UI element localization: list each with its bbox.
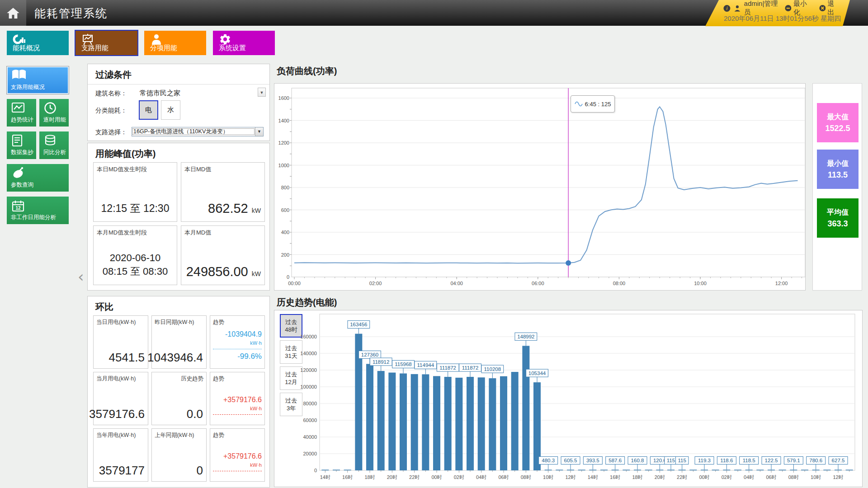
svg-text:627.5: 627.5 (832, 458, 845, 463)
svg-text:118912: 118912 (373, 359, 390, 365)
peak-panel: 用能峰值(功率) 本日MD值发生时段 12:15 至 12:30 本日MD值 8… (87, 143, 270, 291)
yesterday-usage-card: 昨日同期(kW·h)1043946.4 (151, 315, 207, 369)
clock-icon (44, 102, 57, 114)
svg-text:114944: 114944 (417, 362, 434, 368)
svg-text:06时: 06时 (498, 474, 509, 480)
svg-text:127360: 127360 (361, 352, 378, 357)
svg-text:40000: 40000 (303, 434, 317, 440)
svg-text:12:00: 12:00 (775, 281, 788, 286)
md-month-period-card: 本月MD值发生时段 2020-06-1008:15 至 08:30 (93, 225, 177, 285)
svg-text:06时: 06时 (766, 474, 776, 480)
sidebar-item-nonworkday-analysis[interactable]: 12 非工作日用能分析 (7, 197, 69, 224)
svg-text:115: 115 (678, 458, 686, 463)
chevron-down-icon: ▼ (255, 127, 263, 136)
svg-text:100000: 100000 (300, 384, 317, 389)
svg-text:20000: 20000 (303, 451, 317, 456)
satellite-dish-icon (11, 167, 26, 179)
svg-text:1000: 1000 (278, 163, 289, 168)
svg-text:20时: 20时 (655, 474, 665, 480)
svg-text:04时: 04时 (476, 474, 486, 480)
nav-tab-energy-overview[interactable]: 能耗概况 (7, 31, 69, 55)
svg-text:12: 12 (15, 206, 21, 211)
sidebar-item-hourly-energy[interactable]: 逐时用能 (39, 99, 69, 127)
huanbi-panel: 环比 当日用电(kW·h)4541.5 昨日同期(kW·h)1043946.4 … (87, 296, 270, 488)
close-icon (819, 5, 826, 12)
year-usage-card: 当年用电(kW·h)3579177 (93, 428, 148, 482)
peak-title: 用能峰值(功率) (95, 148, 156, 160)
svg-text:10:00: 10:00 (694, 281, 707, 286)
history-trend-chart[interactable]: 过去 48时 过去 31天 过去 12月 过去 3年 0200004000060… (274, 310, 863, 487)
svg-text:80000: 80000 (303, 401, 317, 406)
month-usage-card: 当月用电(kW·h)3579176.6 (93, 372, 148, 425)
sidebar-item-trend-stats[interactable]: 趋势统计 (7, 99, 36, 127)
building-label: 建筑名称： (95, 89, 127, 98)
energy-option-water[interactable]: 水 (161, 100, 180, 120)
chart-tooltip: 6:45 : 125 (571, 95, 615, 113)
svg-text:16时: 16时 (610, 474, 620, 480)
svg-text:122.5: 122.5 (765, 458, 778, 463)
building-dropdown-arrow[interactable]: ▼ (258, 88, 266, 97)
svg-text:20时: 20时 (387, 474, 397, 480)
svg-text:02:00: 02:00 (369, 281, 382, 286)
history-trend-title: 历史趋势(电能) (277, 296, 337, 309)
minimize-icon (785, 5, 792, 12)
calendar-icon: 12 (11, 199, 25, 213)
svg-text:00:00: 00:00 (288, 281, 301, 286)
svg-text:02时: 02时 (722, 474, 732, 480)
svg-text:111872: 111872 (462, 365, 479, 371)
svg-text:118.5: 118.5 (743, 458, 755, 463)
energy-option-electric[interactable]: 电 (139, 100, 158, 120)
svg-text:08时: 08时 (521, 474, 531, 480)
svg-text:148992: 148992 (517, 334, 534, 339)
svg-text:119.3: 119.3 (698, 458, 711, 463)
sidebar-item-yoy-analysis[interactable]: 同比分析 (39, 131, 69, 159)
svg-text:10时: 10时 (811, 474, 821, 480)
info-icon[interactable]: i (723, 5, 731, 12)
sidebar-collapse-arrow[interactable]: ‹ (78, 267, 84, 286)
svg-text:115: 115 (667, 458, 675, 463)
curve-stats-panel: 最大值 1522.5 最小值 113.5 平均值 363.3 (812, 83, 862, 291)
nav-tab-system-settings[interactable]: 系统设置 (213, 31, 275, 55)
divider (88, 84, 269, 84)
nav-tab-item-energy[interactable]: 分项用能 (144, 31, 206, 55)
sidebar-item-branch-overview[interactable]: 支路用能概况 (7, 66, 69, 94)
datetime-display: 2020年06月11日 13时01分56秒 星期四 (719, 14, 841, 23)
svg-text:22时: 22时 (409, 474, 420, 480)
load-curve-svg: 0200400600800100012001400160000:0002:000… (274, 84, 805, 290)
svg-text:18时: 18时 (364, 474, 375, 480)
svg-text:16时: 16时 (342, 474, 353, 480)
svg-text:0: 0 (314, 468, 317, 473)
svg-text:605.5: 605.5 (564, 458, 577, 463)
svg-text:60000: 60000 (303, 418, 317, 423)
svg-text:0: 0 (287, 274, 289, 280)
branch-select[interactable]: 16GP-备供电源进线（110KV龙港变） ▼ (132, 127, 264, 136)
filter-panel: 过滤条件 建筑名称： 常德市民之家 ▼ 分类能耗： 电 水 支路选择： 16GP… (87, 64, 270, 141)
history-bars-svg: 0200004000060000800001000001200001400001… (274, 310, 862, 487)
nav-tab-branch-energy[interactable]: 支路用能 (75, 31, 137, 55)
home-button[interactable] (0, 0, 26, 26)
sidebar-item-data-readings[interactable]: 数据集抄 (7, 131, 36, 159)
svg-text:111872: 111872 (439, 365, 456, 371)
sidebar-item-parameter-query[interactable]: 参数查询 (7, 164, 69, 192)
svg-text:110208: 110208 (484, 366, 501, 372)
today-usage-card: 当日用电(kW·h)4541.5 (93, 315, 148, 369)
svg-text:480.3: 480.3 (542, 458, 555, 463)
lastyear-usage-card: 上年同期(kW·h)0 (151, 428, 207, 482)
load-curve-title: 负荷曲线(功率) (277, 65, 337, 77)
svg-text:22时: 22时 (677, 474, 687, 480)
md-today-value-card: 本日MD值 862.52 kW (181, 162, 265, 222)
filter-title: 过滤条件 (95, 69, 132, 81)
svg-text:780.6: 780.6 (809, 458, 822, 463)
max-value-card: 最大值 1522.5 (817, 103, 859, 142)
md-month-value-card: 本月MD值 249856.00 kW (181, 225, 265, 285)
month-trend-card: 趋势 +3579176.6 kW·h (210, 372, 265, 425)
svg-text:12时: 12时 (833, 474, 843, 480)
svg-text:587.6: 587.6 (609, 458, 622, 463)
building-value: 常德市民之家 (140, 89, 180, 98)
load-curve-chart[interactable]: 0200400600800100012001400160000:0002:000… (274, 83, 806, 291)
huanbi-title: 环比 (95, 301, 113, 313)
top-bar: 能耗管理系统 i admin|管理员 最小化 (0, 0, 868, 26)
year-trend-card: 趋势 +3579176.6 kW·h (210, 428, 265, 482)
svg-text:04时: 04时 (744, 474, 754, 480)
svg-text:18时: 18时 (632, 474, 642, 480)
